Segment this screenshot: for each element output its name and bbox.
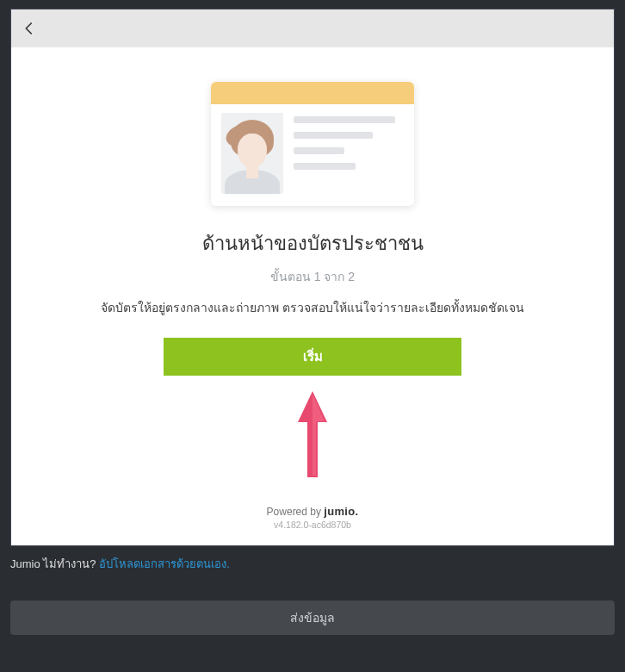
id-card-illustration [211, 82, 414, 206]
card-content: ด้านหน้าของบัตรประชาชน ขั้นตอน 1 จาก 2 จ… [11, 47, 614, 545]
fallback-prompt: Jumio ไม่ทำงาน? อัปโหลดเอกสารด้วยตนเอง. [10, 555, 615, 573]
powered-by-text: Powered by jumio. [267, 505, 359, 518]
version-text: v4.182.0-ac6d870b [267, 520, 359, 530]
verification-card: ด้านหน้าของบัตรประชาชน ขั้นตอน 1 จาก 2 จ… [10, 9, 615, 546]
page-title: ด้านหน้าของบัตรประชาชน [202, 228, 424, 258]
submit-button[interactable]: ส่งข้อมูล [10, 600, 615, 635]
step-indicator: ขั้นตอน 1 จาก 2 [270, 267, 355, 286]
id-lines-placeholder [294, 113, 404, 197]
start-button[interactable]: เริ่ม [164, 338, 461, 376]
jumio-brand: jumio. [324, 505, 358, 518]
back-icon[interactable] [22, 21, 37, 36]
avatar-icon [221, 113, 283, 194]
powered-by-prefix: Powered by [267, 506, 325, 518]
pointer-arrow-icon [294, 391, 331, 495]
card-header [11, 9, 614, 47]
card-footer: Powered by jumio. v4.182.0-ac6d870b [267, 495, 359, 538]
fallback-text: Jumio ไม่ทำงาน? [10, 557, 99, 570]
instruction-text: จัดบัตรให้อยู่ตรงกลางและถ่ายภาพ ตรวจสอบใ… [101, 298, 524, 317]
manual-upload-link[interactable]: อัปโหลดเอกสารด้วยตนเอง. [99, 557, 230, 570]
